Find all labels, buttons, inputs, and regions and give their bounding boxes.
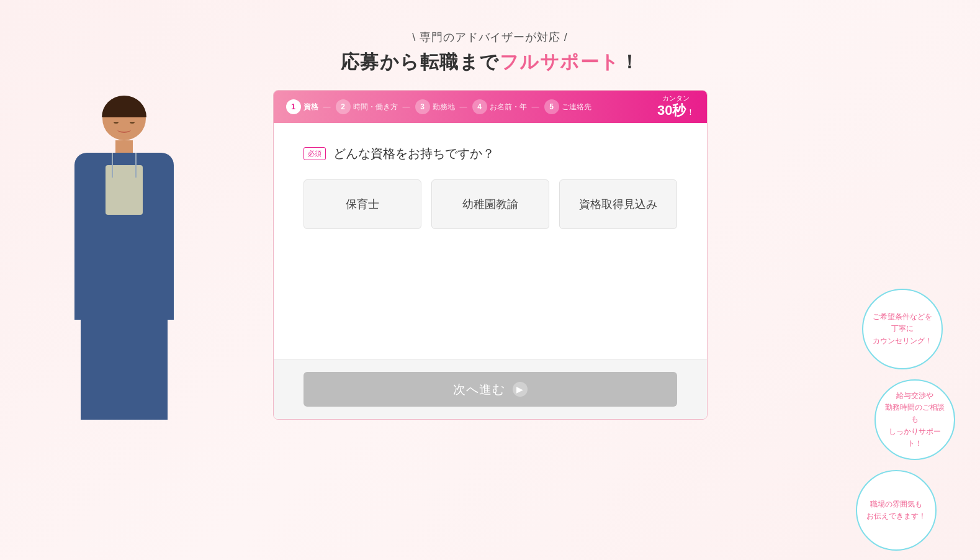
bubble-2-text: 給与交渉や勤務時間のご相談もしっかりサポート！ — [883, 390, 946, 449]
form-footer: 次へ進む ▶ — [274, 359, 707, 419]
form-card: 1 資格 — 2 時間・働き方 — 3 勤務地 — [273, 90, 708, 420]
step-1[interactable]: 1 資格 — [286, 99, 318, 114]
quick-badge: カンタン 30秒！ — [657, 94, 694, 119]
arrow-4: — — [532, 102, 539, 111]
question-text: どんな資格をお持ちですか？ — [333, 145, 495, 162]
required-badge: 必須 — [303, 147, 326, 160]
step-1-circle: 1 — [286, 99, 301, 114]
arrow-3: — — [460, 102, 467, 111]
step-2[interactable]: 2 時間・働き方 — [336, 99, 398, 114]
step-5-circle: 5 — [544, 99, 559, 114]
bubbles-container: ご希望条件などを丁寧にカウンセリング！ 給与交渉や勤務時間のご相談もしっかりサポ… — [856, 289, 943, 551]
quick-suffix: ！ — [686, 107, 695, 117]
next-button[interactable]: 次へ進む ▶ — [303, 372, 677, 407]
header-subtitle: \ 専門のアドバイザーが対応 / — [0, 30, 980, 45]
center-content: 1 資格 — 2 時間・働き方 — 3 勤務地 — [248, 90, 732, 420]
step-5-label: ご連絡先 — [562, 102, 591, 112]
header-sub-text: 専門のアドバイザーが対応 — [420, 31, 560, 43]
question-header: 必須 どんな資格をお持ちですか？ — [303, 145, 677, 162]
progress-steps: 1 資格 — 2 時間・働き方 — 3 勤務地 — [286, 99, 658, 114]
option-yochien[interactable]: 幼稚園教諭 — [431, 179, 549, 229]
step-4-circle: 4 — [472, 99, 487, 114]
slash-left: \ — [412, 31, 416, 43]
bubble-3-text: 職場の雰囲気もお伝えできます！ — [866, 499, 926, 522]
person-neck — [115, 140, 133, 153]
person-head — [102, 97, 146, 140]
step-3[interactable]: 3 勤務地 — [415, 99, 455, 114]
arrow-2: — — [403, 102, 410, 111]
person-legs — [81, 320, 168, 420]
option-hoikushi[interactable]: 保育士 — [303, 179, 421, 229]
quick-number: 30秒 — [657, 102, 686, 118]
bubble-1-text: ご希望条件などを丁寧にカウンセリング！ — [873, 311, 932, 347]
form-content: 必須 どんな資格をお持ちですか？ 保育士 幼稚園教諭 資格取得見込み — [274, 123, 707, 359]
step-4[interactable]: 4 お名前・年 — [472, 99, 527, 114]
main-layout: 1 資格 — 2 時間・働き方 — 3 勤務地 — [0, 90, 980, 420]
quick-small: カンタン — [657, 94, 694, 102]
bubble-1: ご希望条件などを丁寧にカウンセリング！ — [862, 289, 943, 369]
options-grid: 保育士 幼稚園教諭 資格取得見込み — [303, 179, 677, 229]
step-1-label: 資格 — [303, 102, 318, 112]
step-2-label: 時間・働き方 — [353, 102, 398, 112]
bubble-3: 職場の雰囲気もお伝えできます！ — [856, 470, 937, 551]
page-wrapper: \ 専門のアドバイザーが対応 / 応募から転職までフルサポート！ — [0, 0, 980, 560]
slash-right: / — [564, 31, 568, 43]
header-main-suffix: ！ — [620, 52, 640, 72]
header-main-prefix: 応募から転職まで — [341, 52, 500, 72]
arrow-1: — — [323, 102, 331, 111]
step-2-circle: 2 — [336, 99, 351, 114]
option-mikomi[interactable]: 資格取得見込み — [559, 179, 677, 229]
arrow-right-icon: ▶ — [513, 382, 528, 397]
advisor-person — [37, 47, 211, 420]
step-3-label: 勤務地 — [433, 102, 455, 112]
next-button-label: 次へ進む — [453, 381, 505, 398]
bubble-2: 給与交渉や勤務時間のご相談もしっかりサポート！ — [874, 379, 955, 460]
person-body — [74, 153, 174, 320]
step-5[interactable]: 5 ご連絡先 — [544, 99, 591, 114]
person-hair — [102, 96, 146, 117]
step-3-circle: 3 — [415, 99, 430, 114]
quick-big: 30秒！ — [657, 102, 694, 119]
step-4-label: お名前・年 — [490, 102, 527, 112]
person-figure — [43, 60, 205, 420]
progress-bar: 1 資格 — 2 時間・働き方 — 3 勤務地 — [274, 91, 707, 123]
header-main-highlight: フルサポート — [500, 52, 620, 72]
